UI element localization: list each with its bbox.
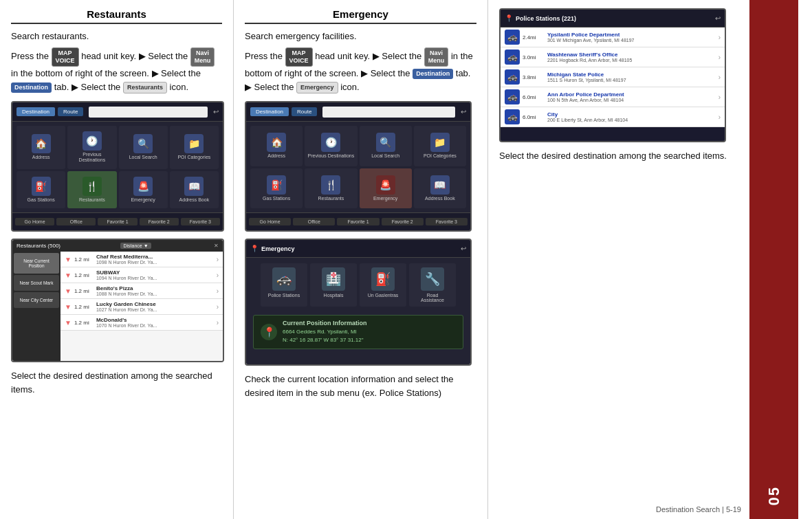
police-icon-1: 🚓 (505, 30, 520, 45)
nav-icon-local-mid[interactable]: 🔍Local Search (360, 126, 412, 166)
nav-icon-address-mid[interactable]: 🏠Address (250, 126, 303, 166)
chapter-number: 05 (765, 486, 783, 505)
hospitals-icon[interactable]: 🏥 Hospitals (310, 263, 357, 307)
prevdest-label-left: Previous Destinations (69, 152, 115, 164)
nav-icon-poi-left[interactable]: 📁POI Categories (170, 126, 219, 169)
nav-icon-poi-mid[interactable]: 📁POI Categories (414, 126, 466, 166)
fav3-btn-mid[interactable]: Favorite 3 (426, 218, 468, 225)
nav-icon-local-left[interactable]: 🔍Local Search (119, 126, 168, 169)
nav-icon-rest-left[interactable]: 🍴Restaurants (67, 171, 116, 208)
near-scout-nav[interactable]: Near Scout Mark (14, 275, 59, 291)
rest-name-2: SUBWAY (96, 269, 214, 276)
emergency-icon-key[interactable]: Emergency (296, 82, 338, 93)
police-item-1[interactable]: 🚓 2.4mi Ypsilanti Police Department 301 … (501, 27, 725, 47)
nav-icon-address-left[interactable]: 🏠Address (17, 126, 65, 169)
restaurants-icon-key[interactable]: Restaurants (123, 82, 167, 93)
police-arrow-4: › (718, 93, 721, 101)
rest-info-2: SUBWAY 1094 N Huron River Dr. Ya... (96, 269, 214, 280)
police-item-3[interactable]: 🚓 3.8mi Michigan State Police 1511 S Hur… (501, 67, 725, 87)
nav-back-left[interactable]: ↩ (213, 108, 219, 115)
nav-icon-rest-mid[interactable]: 🍴Restaurants (305, 168, 357, 209)
police-icon-4: 🚓 (505, 89, 520, 104)
emerg-label-left: Emergency (131, 197, 155, 203)
go-home-btn-left[interactable]: Go Home (15, 218, 54, 225)
gas-label-mid: Gas Stations (263, 196, 290, 201)
police-item-4[interactable]: 🚓 6.0mi Ann Arbor Police Department 100 … (501, 87, 725, 107)
arrow-icon-1: ▼ (65, 256, 72, 263)
rest-info-1: Chaf Rest Mediterra... 1098 N Huron Rive… (96, 254, 214, 265)
nav-icon-emerg-mid[interactable]: 🚨Emergency (360, 168, 412, 209)
rest-icon-left: 🍴 (83, 177, 102, 196)
nav-icon-book-mid[interactable]: 📖Address Book (414, 168, 466, 209)
arrow-icon-2: ▼ (65, 272, 72, 279)
police-back-btn[interactable]: ↩ (715, 14, 721, 22)
chevron-4: › (217, 303, 219, 311)
nav-top-bar-mid: Destination Route ↩ (246, 102, 470, 122)
dist-1: 1.2 mi (74, 256, 94, 263)
map-voice-key-left[interactable]: MAPVOICE (52, 47, 79, 67)
navi-menu-key-left[interactable]: NaviMenu (190, 47, 215, 67)
police-dist-1: 2.4mi (523, 34, 545, 41)
near-city-nav[interactable]: Near City Center (14, 292, 59, 308)
police-pin-icon: 📍 (505, 14, 513, 22)
rest-item-5[interactable]: ▼ 1.2 mi McDonald's 1070 N Huron River D… (61, 315, 223, 331)
police-top-bar: 📍 Police Stations (221) ↩ (501, 10, 725, 27)
police-arrow-1: › (718, 34, 721, 41)
police-stations-icon[interactable]: 🚓 Police Stations (261, 263, 307, 307)
police-item-2[interactable]: 🚓 3.0mi Washtenaw Sheriff's Office 2201 … (501, 47, 725, 67)
destination-tab-key-mid[interactable]: Destination (413, 69, 453, 79)
rest-item-3[interactable]: ▼ 1.2 mi Benito's Pizza 1088 N Huron Riv… (61, 283, 223, 299)
destination-tab-key-left[interactable]: Destination (11, 82, 52, 93)
nav-search-bar-left[interactable] (89, 107, 208, 118)
chevron-3: › (217, 287, 219, 295)
emergency-section: Emergency Search emergency facilities. P… (234, 0, 488, 519)
police-screen-title: Police Stations (221) (516, 15, 576, 22)
nav-icon-gas-mid[interactable]: ⛽Gas Stations (250, 168, 303, 209)
nav-icon-book-left[interactable]: 📖Address Book (170, 171, 219, 208)
map-voice-key-mid[interactable]: MAPVOICE (285, 47, 313, 67)
nav-icon-prevdest-left[interactable]: 🕐Previous Destinations (67, 126, 116, 169)
emerg-back-btn[interactable]: ↩ (461, 245, 466, 252)
nav-icon-prevdest-mid[interactable]: 🕐Previous Destinations (305, 126, 357, 166)
navi-menu-key-mid[interactable]: NaviMenu (424, 47, 449, 67)
rest-close[interactable]: ✕ (214, 243, 219, 249)
dist-select[interactable]: Distance ▼ (120, 243, 151, 249)
gas-stations-emerg-icon[interactable]: ⛽ Un Gaslentras (360, 263, 406, 307)
rest-list: ▼ 1.2 mi Chaf Rest Mediterra... 1098 N H… (61, 252, 223, 361)
office-btn-mid[interactable]: Office (293, 218, 335, 225)
rest-addr-1: 1098 N Huron River Dr. Ya... (96, 260, 214, 265)
nav-back-mid[interactable]: ↩ (461, 108, 466, 115)
fav1-btn-left[interactable]: Favorite 1 (98, 218, 137, 225)
book-label-left: Address Book (179, 197, 210, 203)
fav2-btn-left[interactable]: Favorite 2 (140, 218, 179, 225)
nav-screen-left: Destination Route ↩ 🏠Address 🕐Previous D… (11, 101, 224, 232)
police-list: 🚓 2.4mi Ypsilanti Police Department 301 … (501, 27, 725, 127)
rest-name-3: Benito's Pizza (96, 285, 214, 291)
destination-tab-left[interactable]: Destination (17, 107, 55, 116)
nav-icon-emerg-left[interactable]: 🚨Emergency (119, 171, 168, 208)
police-item-5[interactable]: 🚓 6.0mi City 200 E Liberty St, Ann Arbor… (501, 107, 725, 127)
fav2-btn-mid[interactable]: Favorite 2 (382, 218, 424, 225)
rest-name-1: Chaf Rest Mediterra... (96, 254, 214, 260)
police-dist-3: 3.8mi (523, 74, 545, 80)
route-tab-left[interactable]: Route (58, 107, 83, 116)
fav3-btn-left[interactable]: Favorite 3 (181, 218, 220, 225)
police-result-section: 📍 Police Stations (221) ↩ 🚓 2.4mi Ypsila… (488, 0, 749, 519)
rest-item-1[interactable]: ▼ 1.2 mi Chaf Rest Mediterra... 1098 N H… (61, 252, 223, 267)
route-tab-mid[interactable]: Route (292, 107, 317, 116)
fav1-btn-mid[interactable]: Favorite 1 (337, 218, 379, 225)
gas-icon-mid: ⛽ (267, 175, 286, 195)
rest-icon-mid: 🍴 (321, 175, 340, 195)
gas-label-left: Gas Stations (28, 197, 55, 203)
road-assistance-icon[interactable]: 🔧 Road Assistance (409, 263, 456, 307)
destination-tab-mid[interactable]: Destination (250, 107, 289, 116)
rest-item-4[interactable]: ▼ 1.2 mi Lucky Garden Chinese 1027 N Hur… (61, 299, 223, 315)
book-icon-mid: 📖 (430, 175, 450, 195)
nav-icon-gas-left[interactable]: ⛽Gas Stations (17, 171, 65, 208)
office-btn-left[interactable]: Office (56, 218, 96, 225)
rest-item-2[interactable]: ▼ 1.2 mi SUBWAY 1094 N Huron River Dr. Y… (61, 267, 223, 283)
go-home-btn-mid[interactable]: Go Home (249, 218, 291, 225)
address-icon-mid: 🏠 (267, 133, 286, 152)
near-current-nav[interactable]: Near Current Position (14, 253, 59, 274)
nav-search-bar-mid[interactable] (322, 107, 455, 118)
